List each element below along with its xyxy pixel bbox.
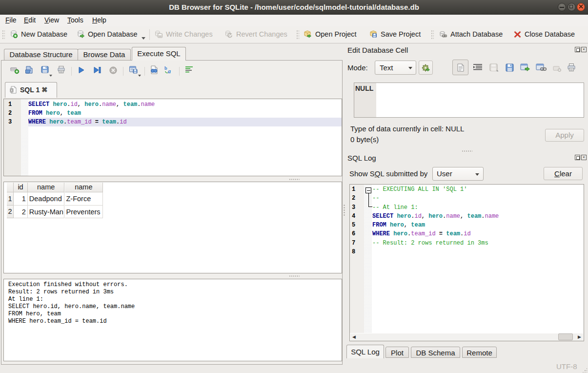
svg-text:a: a (168, 68, 171, 74)
svg-text:b: b (164, 65, 167, 71)
